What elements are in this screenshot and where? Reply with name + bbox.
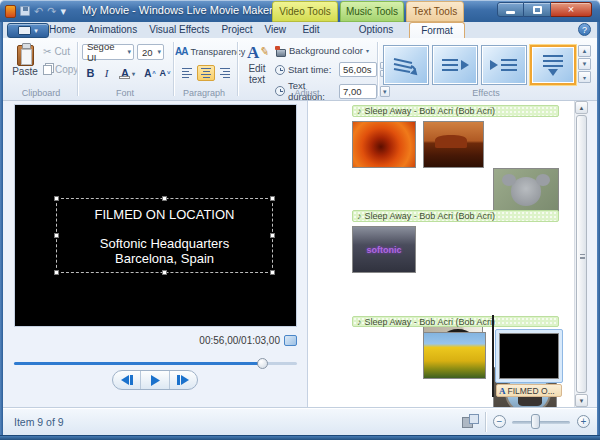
- font-size-value: 20: [142, 47, 153, 58]
- seek-thumb[interactable]: [257, 358, 268, 369]
- tab-edit[interactable]: Edit: [289, 22, 333, 38]
- play-button[interactable]: [141, 371, 169, 389]
- align-right-icon: [220, 68, 230, 78]
- thumbnail-koala[interactable]: [493, 168, 559, 215]
- font-color-button[interactable]: A ▾: [116, 65, 140, 81]
- tab-options[interactable]: Options: [345, 22, 407, 38]
- music-track-bar[interactable]: ♪ Sleep Away - Bob Acri (Bob Acri): [352, 105, 559, 117]
- music-track-bar[interactable]: ♪ Sleep Away - Bob Acri (Bob Acri): [352, 210, 559, 222]
- selection-handle[interactable]: [162, 270, 167, 275]
- paste-button[interactable]: Paste: [9, 43, 41, 87]
- grow-font-letter: A: [144, 68, 151, 79]
- thumbnail-desert-rocks[interactable]: [423, 121, 484, 168]
- tab-view[interactable]: View: [259, 22, 293, 38]
- font-size-combobox[interactable]: 20 ▾: [137, 44, 164, 60]
- font-family-combobox[interactable]: Segoe UI ▾: [82, 44, 134, 60]
- effect-fly-in-right-button[interactable]: [481, 45, 527, 85]
- shrink-font-button[interactable]: A˅: [158, 65, 172, 81]
- zoom-slider-thumb[interactable]: [531, 414, 540, 429]
- tab-project[interactable]: Project: [215, 22, 258, 38]
- selection-handle[interactable]: [270, 270, 275, 275]
- window-controls: ×: [497, 2, 592, 17]
- selection-handle[interactable]: [54, 270, 59, 275]
- timecode: 00:56,00/01:03,00: [199, 335, 280, 346]
- tab-home[interactable]: Home: [43, 22, 82, 38]
- align-right-button[interactable]: [216, 65, 234, 81]
- copy-button[interactable]: Copy: [43, 64, 78, 75]
- selection-handle[interactable]: [270, 196, 275, 201]
- zoom-out-button[interactable]: −: [493, 415, 506, 428]
- preview-subtitle-text-2: Barcelona, Spain: [57, 251, 272, 266]
- selection-handle[interactable]: [54, 196, 59, 201]
- music-note-icon: ♪: [357, 211, 362, 221]
- group-separator: [77, 42, 78, 96]
- gallery-more-icon[interactable]: ▾: [578, 71, 591, 83]
- seek-bar[interactable]: [14, 358, 297, 369]
- previous-frame-icon: [120, 375, 133, 385]
- selection-handle[interactable]: [54, 233, 59, 238]
- preview-subtitle-text-1: Softonic Headquarters: [57, 236, 272, 251]
- minimize-button[interactable]: [497, 2, 524, 17]
- background-color-button[interactable]: Background color ▾: [275, 45, 369, 56]
- fullscreen-preview-icon[interactable]: [284, 335, 297, 346]
- align-left-button[interactable]: [178, 65, 196, 81]
- gallery-scroll-down-icon[interactable]: ▼: [578, 58, 591, 70]
- seek-progress: [14, 362, 262, 365]
- save-icon[interactable]: [20, 6, 30, 16]
- tab-visual-effects[interactable]: Visual Effects: [143, 22, 215, 38]
- paint-bucket-icon: [275, 46, 286, 56]
- thumbnail-black-title-clip-selected[interactable]: [499, 333, 559, 379]
- tab-format-active[interactable]: Format: [409, 22, 465, 38]
- edit-text-button[interactable]: A✎ Edit text: [241, 43, 273, 89]
- effect-fly-in-left-button[interactable]: [432, 45, 478, 85]
- previous-frame-button[interactable]: [113, 371, 141, 389]
- effect-scroll-up-button-selected[interactable]: [530, 45, 576, 85]
- app-window: ↶ ↷ ▾ My Movie - Windows Live Movie Make…: [0, 0, 600, 440]
- maximize-button[interactable]: [524, 2, 551, 17]
- zoom-in-button[interactable]: +: [577, 415, 590, 428]
- effect-cinematic-button[interactable]: [383, 45, 429, 85]
- quick-access-toolbar: ↶ ↷ ▾: [5, 3, 66, 19]
- thumbnail-flower[interactable]: [352, 121, 416, 168]
- thumbnail-tulips[interactable]: [423, 332, 486, 379]
- bold-button[interactable]: B: [83, 65, 98, 81]
- selection-handle[interactable]: [162, 196, 167, 201]
- start-time-input[interactable]: 56,00s: [339, 62, 377, 77]
- transparency-button[interactable]: AA Transparency: [175, 44, 233, 59]
- scrollbar-thumb[interactable]: [576, 115, 587, 393]
- customize-quick-access-icon[interactable]: ▾: [60, 5, 66, 18]
- italic-button[interactable]: I: [99, 65, 114, 81]
- thumbnail-softonic-sign[interactable]: softonic: [352, 226, 416, 273]
- align-center-button-selected[interactable]: [197, 65, 215, 81]
- zoom-slider-track[interactable]: [512, 421, 570, 424]
- storyboard-scrollbar[interactable]: ▲ ▼: [574, 101, 587, 407]
- scroll-down-icon[interactable]: ▼: [575, 394, 588, 407]
- selection-handle[interactable]: [270, 233, 275, 238]
- music-track-bar[interactable]: ♪ Sleep Away - Bob Acri (Bob Acri): [352, 316, 559, 327]
- app-icon[interactable]: [5, 5, 16, 18]
- scroll-up-icon[interactable]: ▲: [575, 101, 588, 114]
- grow-font-button[interactable]: A˄: [143, 65, 157, 81]
- edit-text-icon: A✎: [247, 43, 267, 63]
- font-group-label: Font: [79, 88, 171, 98]
- close-button[interactable]: ×: [551, 2, 592, 17]
- gallery-scroll-up-icon[interactable]: ▲: [578, 45, 591, 57]
- redo-icon[interactable]: ↷: [47, 5, 56, 18]
- text-selection-box[interactable]: FILMED ON LOCATION Softonic Headquarters…: [56, 198, 273, 273]
- status-bar: Item 9 of 9 − +: [3, 407, 597, 435]
- window-border-bottom: [0, 435, 600, 440]
- playhead-indicator[interactable]: [492, 315, 494, 397]
- effect-lines-arrow-up-icon: [538, 53, 568, 77]
- window-border-left: [0, 20, 3, 440]
- cut-button[interactable]: ✂ Cut: [43, 46, 70, 57]
- video-preview[interactable]: FILMED ON LOCATION Softonic Headquarters…: [14, 104, 297, 327]
- thumbnail-size-icon[interactable]: [462, 414, 479, 429]
- help-icon[interactable]: ?: [578, 23, 591, 36]
- next-frame-button[interactable]: [170, 371, 197, 389]
- undo-icon[interactable]: ↶: [34, 5, 43, 18]
- group-separator: [237, 42, 238, 96]
- title-overlay-caption[interactable]: A FILMED O...: [496, 384, 562, 397]
- tab-animations[interactable]: Animations: [82, 22, 143, 38]
- clipboard-group-label: Clipboard: [7, 88, 75, 98]
- grow-font-arrow-icon: ˄: [152, 70, 156, 76]
